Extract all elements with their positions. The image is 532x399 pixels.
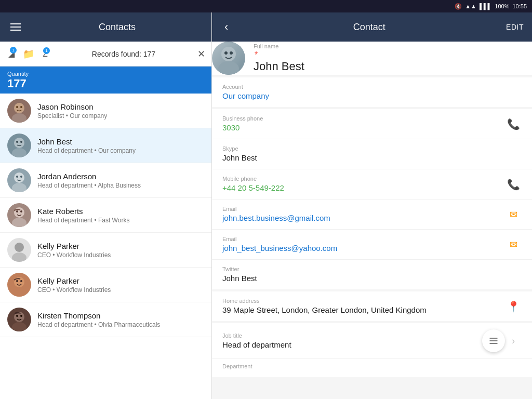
twitter-value: John Best [222, 274, 257, 283]
contact-item-kirsten-thompson[interactable]: Kirsten Thompson Head of department • Ol… [0, 302, 211, 337]
job-chevron-button[interactable]: › [505, 332, 522, 349]
business-phone-value[interactable]: 3030 [222, 123, 240, 132]
contact-sub: CEO • Workflow Industries [37, 286, 204, 294]
clear-filter-button[interactable]: ✕ [197, 48, 205, 60]
avatar-kirsten-thompson [7, 308, 31, 331]
svg-point-16 [15, 243, 24, 252]
department-label: Department [222, 363, 522, 369]
fab-list-button[interactable] [482, 329, 505, 352]
left-header: Contacts [0, 12, 211, 42]
svg-point-5 [12, 148, 26, 157]
folder-button[interactable]: 📁 [21, 46, 36, 62]
contact-item-jordan-anderson[interactable]: Jordan Anderson Head of department • Alp… [0, 163, 211, 198]
contact-sub: Head of department • Our company [37, 147, 204, 154]
address-section: Home address 39 Maple Street, London, Gr… [212, 291, 532, 321]
mobile-phone-label: Mobile phone [222, 176, 505, 182]
filter-bar: ◢ 1 📁 Σ 1 Records found: 177 ✕ [0, 42, 211, 66]
contact-sub: Head of department • Fast Works [37, 217, 204, 224]
funnel-badge: 1 [43, 47, 50, 54]
contact-item-kate-roberts[interactable]: Kate Roberts Head of department • Fast W… [0, 198, 211, 233]
avatar-john-best [7, 134, 31, 157]
hero-name: John Best [254, 60, 304, 73]
contact-item-kelly-parker-1[interactable]: Kelly Parker CEO • Workflow Industries [0, 233, 211, 268]
chevron-right-icon: › [512, 336, 515, 347]
svg-point-9 [12, 183, 26, 192]
twitter-label: Twitter [222, 266, 522, 272]
contact-hero: Full name* John Best [212, 42, 532, 75]
contact-name: Kate Roberts [37, 207, 204, 216]
mute-icon: 🔇 [455, 3, 462, 10]
email2-row: Email john_best_business@yahoo.com ✉ [212, 230, 532, 260]
right-panel: ‹ Contact EDIT [212, 12, 532, 399]
avatar-kate-roberts [7, 203, 31, 227]
phone-icon-2: 📞 [507, 178, 520, 191]
svg-point-6 [16, 141, 18, 143]
email2-button[interactable]: ✉ [505, 236, 522, 253]
skype-value: John Best [222, 153, 257, 162]
home-address-row: Home address 39 Maple Street, London, Gr… [212, 291, 532, 321]
filter-badge: 1 [10, 47, 17, 54]
contact-detail-title: Contact [232, 22, 506, 33]
battery-level: 100% [495, 3, 509, 9]
email1-button[interactable]: ✉ [505, 206, 522, 223]
job-title-label: Job title [222, 332, 482, 339]
svg-point-4 [14, 138, 24, 148]
contact-sub: Head of department • Olvia Pharmaceutica… [37, 321, 204, 328]
contact-sub: CEO • Workflow Industries [37, 251, 204, 259]
account-section: Account Our company [212, 77, 532, 107]
edit-button[interactable]: EDIT [506, 23, 524, 31]
job-title-row: Job title Head of department › [212, 323, 532, 358]
svg-rect-30 [490, 338, 498, 339]
svg-point-2 [16, 106, 18, 108]
email1-label: Email [222, 206, 505, 212]
svg-point-25 [20, 315, 22, 317]
call-button[interactable]: 📞 [505, 116, 522, 132]
contact-item-john-best[interactable]: John Best Head of department • Our compa… [0, 128, 211, 163]
account-value[interactable]: Our company [222, 91, 269, 100]
business-phone-row: Business phone 3030 📞 [212, 109, 532, 139]
contact-name: Kelly Parker [37, 242, 204, 250]
mobile-call-button[interactable]: 📞 [505, 176, 522, 193]
svg-point-23 [12, 322, 26, 331]
skype-label: Skype [222, 145, 522, 152]
contact-detail: Full name* John Best Account Our company [212, 42, 532, 399]
funnel-button[interactable]: Σ 1 [41, 47, 50, 61]
svg-point-0 [14, 103, 24, 113]
email-icon-1: ✉ [510, 209, 517, 220]
email2-value[interactable]: john_best_business@yahoo.com [222, 244, 337, 252]
email1-value[interactable]: john.best.business@gmail.com [222, 214, 330, 222]
quantity-value: 177 [7, 78, 29, 89]
svg-point-12 [14, 207, 24, 218]
avatar-kelly-parker-2 [7, 273, 31, 297]
contact-item-jason-robinson[interactable]: Jason Robinson Specialist • Our company [0, 94, 211, 128]
contact-name: Kelly Parker [37, 276, 204, 285]
location-button[interactable]: 📍 [505, 298, 522, 315]
back-button[interactable]: ‹ [220, 18, 232, 36]
email-icon-2: ✉ [510, 239, 517, 250]
contact-list: Jason Robinson Specialist • Our company [0, 94, 211, 399]
full-name-label: Full name* [254, 43, 304, 60]
svg-point-28 [224, 51, 228, 55]
svg-point-3 [20, 106, 22, 108]
phone-icon: 📞 [507, 118, 520, 130]
svg-point-1 [12, 113, 26, 123]
job-section: Job title Head of department › [212, 323, 532, 377]
signal-icon: ▌▌▌ [480, 3, 491, 9]
mobile-phone-value[interactable]: +44 20 5-549-222 [222, 183, 284, 192]
svg-point-13 [12, 218, 26, 227]
contact-item-kelly-parker-2[interactable]: Kelly Parker CEO • Workflow Industries [0, 268, 211, 302]
svg-point-19 [12, 287, 26, 297]
mobile-phone-row: Mobile phone +44 20 5-549-222 📞 [212, 169, 532, 200]
home-address-label: Home address [222, 298, 505, 304]
svg-point-14 [16, 210, 18, 212]
filter-button[interactable]: ◢ 1 [6, 47, 17, 61]
avatar-jason-robinson [7, 99, 31, 123]
svg-point-20 [16, 280, 18, 282]
svg-rect-31 [490, 340, 498, 341]
department-row: Department [212, 358, 532, 377]
hamburger-button[interactable] [8, 21, 23, 33]
business-phone-label: Business phone [222, 115, 505, 122]
svg-point-17 [12, 252, 26, 262]
home-address-value: 39 Maple Street, London, Greater London,… [222, 305, 427, 314]
list-icon [488, 336, 499, 346]
